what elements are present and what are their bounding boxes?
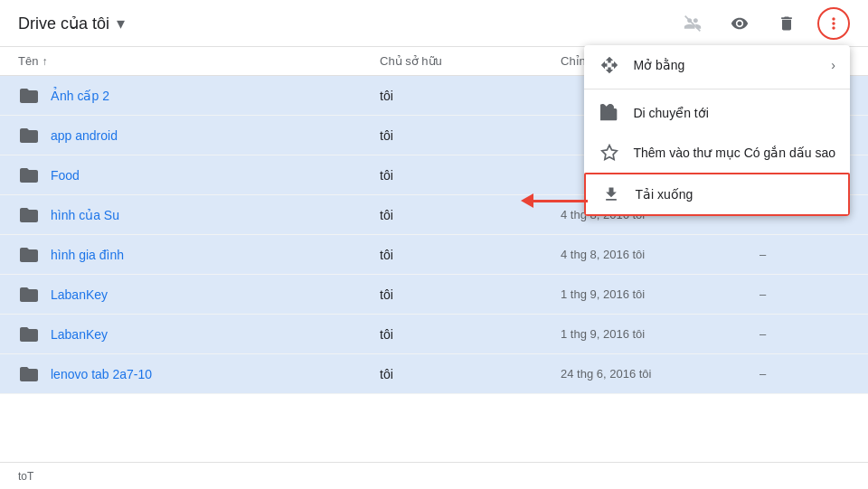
folder-icon [18, 125, 40, 146]
folder-icon [18, 85, 40, 107]
menu-divider [584, 89, 850, 89]
file-name: Food [51, 168, 80, 183]
submenu-arrow-icon: › [831, 58, 835, 72]
file-name-cell: LabanKey [18, 284, 380, 306]
file-name-cell: hình gia đình [18, 244, 380, 266]
menu-item-label-star: Thêm vào thư mục Có gắn dấu sao [633, 146, 835, 160]
folder-icon [18, 324, 40, 345]
folder-icon [18, 165, 40, 186]
table-row[interactable]: hình gia đình tôi 4 thg 8, 2016 tôi – [0, 235, 868, 275]
file-name-cell: Ảnh cấp 2 [18, 85, 380, 107]
more-options-button[interactable] [817, 7, 850, 40]
delete-button[interactable] [770, 7, 803, 40]
file-owner: tôi [380, 248, 561, 262]
file-size: – [760, 367, 850, 381]
folder-icon [18, 244, 40, 266]
move-icon [599, 102, 620, 124]
table-row[interactable]: LabanKey tôi 1 thg 9, 2016 tôi – [0, 315, 868, 354]
file-owner: tôi [380, 367, 561, 381]
menu-item-label-download: Tải xuống [635, 187, 834, 202]
file-size: – [760, 248, 850, 261]
file-owner: tôi [380, 327, 561, 342]
file-name-cell: lenovo tab 2a7-10 [18, 363, 380, 385]
file-modified: 24 thg 6, 2016 tôi [561, 367, 760, 381]
file-owner: tôi [380, 287, 561, 302]
file-name: lenovo tab 2a7-10 [51, 367, 152, 381]
file-name: app android [51, 128, 118, 143]
svg-line-0 [685, 15, 701, 31]
file-modified: 1 thg 9, 2016 tôi [561, 287, 760, 301]
folder-icon [18, 363, 40, 385]
menu-item-label-move: Di chuyển tới [633, 106, 835, 120]
file-modified: 1 thg 9, 2016 tôi [561, 327, 760, 341]
file-size: – [760, 287, 850, 301]
file-name: hình của Su [51, 208, 119, 222]
header-actions [676, 7, 850, 40]
share-disabled-button[interactable] [676, 7, 709, 40]
header-left: Drive của tôi ▾ [18, 14, 125, 33]
folder-icon [18, 204, 40, 226]
sort-icon: ↑ [42, 55, 47, 68]
folder-icon [18, 284, 40, 306]
download-icon [600, 183, 622, 205]
menu-item-open[interactable]: Mở bằng › [584, 45, 850, 85]
file-size: – [760, 327, 850, 341]
file-name-cell: hình của Su [18, 204, 380, 226]
file-owner: tôi [380, 128, 561, 143]
file-name-cell: LabanKey [18, 324, 380, 345]
file-name: LabanKey [51, 287, 108, 302]
file-name-cell: app android [18, 125, 380, 146]
col-name[interactable]: Tên ↑ [18, 54, 380, 68]
header: Drive của tôi ▾ [0, 0, 868, 47]
menu-item-star[interactable]: Thêm vào thư mục Có gắn dấu sao [584, 133, 850, 173]
file-name-cell: Food [18, 165, 380, 186]
chevron-down-icon[interactable]: ▾ [117, 14, 125, 33]
context-menu: Mở bằng › Di chuyển tới Thêm vào thư mục… [584, 45, 850, 216]
menu-item-move[interactable]: Di chuyển tới [584, 93, 850, 133]
file-name: LabanKey [51, 327, 108, 342]
file-owner: tôi [380, 208, 561, 222]
file-owner: tôi [380, 89, 561, 103]
col-owner: Chủ sở hữu [380, 54, 561, 68]
file-modified: 4 thg 8, 2016 tôi [561, 248, 760, 261]
file-name: Ảnh cấp 2 [51, 89, 109, 103]
open-with-icon [599, 54, 620, 76]
star-icon [599, 142, 620, 164]
table-row[interactable]: lenovo tab 2a7-10 tôi 24 thg 6, 2016 tôi… [0, 354, 868, 394]
drive-title: Drive của tôi [18, 14, 109, 33]
table-row[interactable]: LabanKey tôi 1 thg 9, 2016 tôi – [0, 275, 868, 315]
preview-button[interactable] [723, 7, 756, 40]
menu-item-label-open: Mở bằng [633, 58, 818, 72]
file-owner: tôi [380, 168, 561, 183]
file-name: hình gia đình [51, 248, 124, 262]
menu-item-download[interactable]: Tải xuống [584, 173, 850, 216]
